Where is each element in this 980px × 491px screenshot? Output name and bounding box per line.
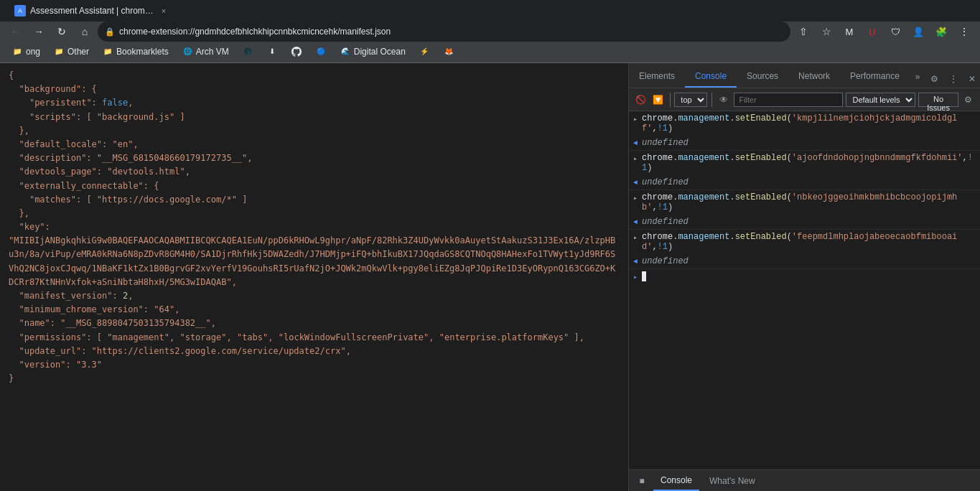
blue-circle-icon: 🔵 <box>315 46 327 57</box>
chevron-left-icon-3: ◄ <box>633 218 642 226</box>
bookmark-other-label: Other <box>67 47 89 57</box>
console-row-result-1: ◄ undefined <box>629 136 980 150</box>
console-output: ▸ chrome.management.setEnabled('kmpjliln… <box>629 111 980 469</box>
bookmark-bookmarklets-label: Bookmarklets <box>116 47 169 57</box>
tab-network[interactable]: Network <box>788 66 840 88</box>
console-entry-3: ▸ chrome.management.setEnabled('nbkeojgg… <box>629 190 980 230</box>
ext-icon-2[interactable]: U <box>862 22 882 42</box>
eye-button[interactable]: 👁 <box>717 91 731 108</box>
tab-close-button[interactable]: × <box>158 5 169 17</box>
console-result-text-2: undefined <box>642 177 976 187</box>
chevron-right-icon-3[interactable]: ▸ <box>633 194 642 202</box>
bookmark-8[interactable]: 🔵 <box>309 43 332 60</box>
bookmark-archvm-label: Arch VM <box>196 47 229 57</box>
tab-performance[interactable]: Performance <box>840 66 910 88</box>
bookmark-10[interactable]: ⚡ <box>413 43 436 60</box>
prompt-chevron-icon: ▸ <box>633 273 642 281</box>
ext-icon-4[interactable]: 👤 <box>908 22 928 42</box>
address-lock-icon: 🔒 <box>105 27 115 37</box>
folder-icon: 📁 <box>53 46 65 57</box>
tab-favicon: A <box>14 5 26 17</box>
tab-elements[interactable]: Elements <box>629 66 685 88</box>
filter-input[interactable] <box>734 93 843 107</box>
devtools-tabs: Elements Console Sources Network Perform… <box>629 63 980 88</box>
chevron-right-icon-4[interactable]: ▸ <box>633 233 642 242</box>
tab-sources[interactable]: Sources <box>737 66 788 88</box>
console-bottom-icon[interactable]: ■ <box>633 472 650 490</box>
fox-icon: 🦊 <box>443 46 454 57</box>
bookmark-github[interactable] <box>285 43 308 60</box>
bookmark-archvm[interactable]: 🌐 Arch VM <box>176 43 235 60</box>
console-row-result-4: ◄ undefined <box>629 254 980 268</box>
context-select[interactable]: top <box>674 93 707 107</box>
menu-button[interactable]: ⋮ <box>954 22 974 42</box>
json-content-area: { "background": { "persistent": false, "… <box>0 63 628 491</box>
browser-toolbar: ← → ↻ ⌂ 🔒 chrome-extension://gndmhdcefbh… <box>0 22 980 42</box>
address-text: chrome-extension://gndmhdcefbhlchkhipcnn… <box>119 27 783 37</box>
share-button[interactable]: ⇧ <box>793 22 813 42</box>
console-row-command-1: ▸ chrome.management.setEnabled('kmpjliln… <box>629 111 980 136</box>
globe-icon: 🌐 <box>182 46 193 57</box>
address-bar[interactable]: 🔒 chrome-extension://gndmhdcefbhlchkhipc… <box>98 22 790 42</box>
down-icon: ⬇ <box>266 46 278 57</box>
folder-icon: 📁 <box>102 46 113 57</box>
circle-icon: 🌑 <box>242 46 253 57</box>
devtools-top-icons: ⚙ ⋮ ✕ <box>926 70 981 88</box>
log-level-select[interactable]: Default levels <box>846 93 915 107</box>
ext-icon-1[interactable]: M <box>839 22 859 42</box>
toolbar-separator <box>670 93 671 107</box>
devtools-settings-button[interactable]: ⚙ <box>926 70 943 88</box>
console-entry-2: ▸ chrome.management.setEnabled('ajoofdnd… <box>629 151 980 190</box>
back-button[interactable]: ← <box>6 22 26 42</box>
reload-button[interactable]: ↻ <box>52 22 72 42</box>
console-result-text-3: undefined <box>642 217 976 227</box>
ext-icon-3[interactable]: 🛡 <box>885 22 905 42</box>
console-row-command-2: ▸ chrome.management.setEnabled('ajoofdnd… <box>629 151 980 175</box>
tab-bar: A Assessment Assistant | chrome-extensio… <box>0 0 980 22</box>
bookmark-star-button[interactable]: ☆ <box>816 22 836 42</box>
folder-icon: 📁 <box>11 46 23 57</box>
devtools-panel: Elements Console Sources Network Perform… <box>628 63 980 491</box>
chevron-right-icon-2[interactable]: ▸ <box>633 154 642 163</box>
chevron-right-icon[interactable]: ▸ <box>633 115 642 123</box>
bottom-tab-whats-new[interactable]: What's New <box>702 471 762 491</box>
bookmark-6[interactable]: ⬇ <box>261 43 284 60</box>
devtools-more-button[interactable]: ⋮ <box>945 70 962 88</box>
forward-button[interactable]: → <box>29 22 49 42</box>
more-tabs-button[interactable]: » <box>910 66 926 88</box>
tab-console[interactable]: Console <box>685 66 737 88</box>
filter-toggle-button[interactable]: 🔽 <box>650 91 665 108</box>
devtools-close-button[interactable]: ✕ <box>963 70 981 88</box>
browser-chrome: A Assessment Assistant | chrome-extensio… <box>0 0 980 40</box>
bookmark-11[interactable]: 🦊 <box>437 43 460 60</box>
devtools-bottom-bar: ■ Console What's New <box>629 469 980 491</box>
bookmark-digitalocean[interactable]: 🌊 Digital Ocean <box>334 43 411 60</box>
console-command-text-3: chrome.management.setEnabled('nbkeojggeo… <box>642 192 976 212</box>
bookmark-other[interactable]: 📁 Other <box>47 43 95 60</box>
toolbar-right: ⇧ ☆ M U 🛡 👤 🧩 ⋮ <box>793 22 974 42</box>
console-row-result-3: ◄ undefined <box>629 215 980 229</box>
home-button[interactable]: ⌂ <box>75 22 95 42</box>
bottom-tab-console[interactable]: Console <box>653 471 699 491</box>
bookmark-5[interactable]: 🌑 <box>236 43 259 60</box>
console-row-command-4: ▸ chrome.management.setEnabled('feepmdlm… <box>629 230 980 254</box>
console-toolbar: 🚫 🔽 top 👁 Default levels No Issues ⚙ <box>629 88 980 111</box>
bookmark-ong-label: ong <box>26 47 40 57</box>
bookmark-ong[interactable]: 📁 ong <box>6 43 46 60</box>
ext-icon-5[interactable]: 🧩 <box>931 22 951 42</box>
bookmark-digitalocean-label: Digital Ocean <box>354 47 406 57</box>
toolbar-separator-2 <box>711 93 712 107</box>
lightning-icon: ⚡ <box>419 46 430 57</box>
chevron-left-icon-2: ◄ <box>633 179 642 187</box>
console-result-text-4: undefined <box>642 256 976 266</box>
issues-button[interactable]: No Issues <box>918 93 958 107</box>
ocean-icon: 🌊 <box>340 46 351 57</box>
console-command-text-4: chrome.management.setEnabled('feepmdlmhp… <box>642 232 976 252</box>
main-area: { "background": { "persistent": false, "… <box>0 63 980 491</box>
console-entry-4: ▸ chrome.management.setEnabled('feepmdlm… <box>629 230 980 269</box>
active-tab[interactable]: A Assessment Assistant | chrome-extensio… <box>6 0 178 22</box>
bookmark-bookmarklets[interactable]: 📁 Bookmarklets <box>96 43 174 60</box>
console-settings-button[interactable]: ⚙ <box>961 91 976 108</box>
json-pre: { "background": { "persistent": false, "… <box>9 69 620 385</box>
clear-console-button[interactable]: 🚫 <box>633 91 648 108</box>
